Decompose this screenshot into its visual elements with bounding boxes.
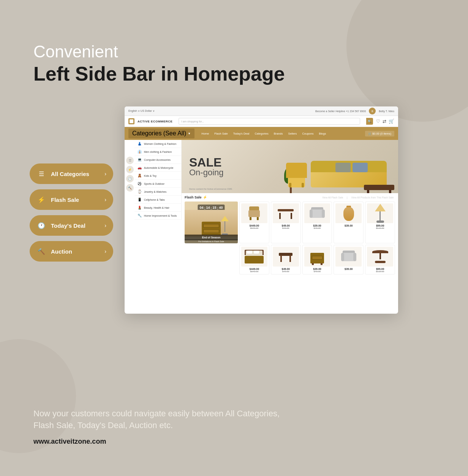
product-card-3[interactable]: $39.00 $49.00: [302, 202, 332, 243]
nav-brands[interactable]: Brands: [272, 131, 285, 136]
sidebar-circle-deal[interactable]: 🕐: [126, 175, 134, 182]
compare-icon[interactable]: ⇄: [383, 119, 386, 124]
cat-beauty[interactable]: 💄 Beauty, Health & Hair: [134, 204, 181, 212]
nav-coupons[interactable]: Coupons: [300, 131, 316, 136]
coffee-table-leg2: [367, 190, 369, 193]
product-img-1: [241, 203, 267, 223]
header-convenient: Convenient: [33, 42, 285, 62]
featured-product[interactable]: 04 Hrs : 14 Min : 15: [185, 202, 238, 243]
cart-total[interactable]: 🛒 $0.00 (0 items): [365, 131, 394, 136]
flash-sale-label: Flash Sale: [185, 195, 202, 199]
product-card-9[interactable]: $39.00: [334, 245, 364, 274]
hero-sale-text: SALE: [189, 156, 224, 168]
products-row-2: $449.00 $549.00 $49.00 $49.00: [239, 245, 395, 274]
chevron-right-icon: ›: [104, 197, 106, 203]
cat-auto[interactable]: 🚗 Automobile & Motorcycle: [134, 164, 181, 172]
product-card-8[interactable]: $39.00 $49.00: [302, 245, 332, 274]
pill-flash-sale[interactable]: ⚡ Flash Sale ›: [30, 189, 113, 210]
armchair2-icon: [341, 250, 356, 263]
flash-sale-icon: ⚡: [203, 195, 207, 199]
chevron-right-icon: ›: [104, 171, 106, 177]
nav-blogs[interactable]: Blogs: [316, 131, 328, 136]
product-old-price-8: $49.00: [314, 270, 321, 273]
product-card-4[interactable]: $39.00: [334, 202, 364, 243]
nav-flash-sale[interactable]: Flash Sale: [212, 131, 230, 136]
user-avatar[interactable]: B: [369, 108, 376, 114]
cat-jewelry[interactable]: ⌚ Jewelry & Watches: [134, 188, 181, 196]
product-card-1[interactable]: $449.00 $549.00: [239, 202, 269, 243]
pill-auction[interactable]: 🔨 Auction ›: [30, 241, 113, 262]
cat-label-phone: Cellphone & Tabs: [144, 198, 165, 201]
product-price-8: $39.00: [313, 268, 321, 270]
pill-all-categories[interactable]: ☰ All Categories ›: [30, 163, 113, 184]
product-card-5[interactable]: $99.00 $119.00: [365, 202, 395, 243]
hero-demo-text: Demo content for Active eCommerce CMS: [189, 188, 232, 190]
search-bar[interactable]: I am shopping for...: [179, 118, 360, 125]
nav-categories-button[interactable]: Categories (See All) ▼: [128, 129, 194, 138]
view-all-flash[interactable]: View All Flash Sale: [322, 196, 343, 199]
pill-label-flash-sale: Flash Sale: [51, 197, 103, 203]
sidebar-circle-auction[interactable]: 🔨: [126, 184, 134, 192]
sidebar-circle-menu[interactable]: ☰: [126, 157, 134, 164]
topbar-right: Become a Seller Helpline +1 234 567 8900…: [315, 108, 394, 114]
dresser: [202, 222, 221, 235]
browser-mockup: English ∨ US Dollar ∨ Become a Seller He…: [125, 106, 398, 314]
cat-icon-jewelry: ⌚: [138, 190, 142, 194]
menu-icon: ☰: [36, 169, 46, 179]
roundtable-icon: [372, 250, 388, 263]
cat-label-home: Home Improvement & Tools: [144, 214, 177, 217]
nav-sellers[interactable]: Sellers: [286, 131, 299, 136]
sidebar-circle-flash[interactable]: ⚡: [126, 166, 134, 173]
flash-icon: ⚡: [36, 195, 46, 205]
cat-men[interactable]: 👔 Men clothing & Fashion: [134, 148, 181, 156]
cart-total-amount: $0.00 (0 items): [372, 132, 391, 135]
product-old-price-10: $119.00: [376, 270, 384, 273]
nav-todays-deal[interactable]: Today's Deal: [231, 131, 252, 136]
cat-icon-women: 👗: [138, 142, 142, 146]
product-card-2[interactable]: $49.00 $49.00: [271, 202, 301, 243]
coffee-table-top: [364, 185, 394, 190]
product-img-7: [273, 247, 299, 267]
cat-women[interactable]: 👗 Women Clothing & Fashion: [134, 140, 181, 148]
cat-icon-kids: 🧸: [138, 174, 142, 178]
featured-interior: [185, 210, 238, 236]
search-button[interactable]: 🔍: [366, 118, 373, 125]
product-card-10[interactable]: $99.00 $119.00: [365, 245, 395, 274]
cat-icon-men: 👔: [138, 150, 142, 154]
product-price-3: $39.00: [313, 224, 321, 227]
hero-text: SALE On-going: [189, 156, 224, 177]
product-img-10: [367, 247, 393, 267]
bed-icon: [245, 250, 264, 263]
chair-icon: [247, 206, 261, 220]
category-menu: 👗 Women Clothing & Fashion 👔 Men clothin…: [134, 140, 182, 220]
cat-icon-beauty: 💄: [138, 206, 142, 209]
chevron-down-icon: ▼: [188, 132, 191, 135]
product-old-price-6: $549.00: [250, 270, 259, 273]
cat-label-women: Women Clothing & Fashion: [144, 143, 176, 145]
logo-text[interactable]: ACTIVE ECOMMERCE: [138, 120, 172, 123]
nav-links: Home Flash Sale Today's Deal Categories …: [199, 131, 328, 136]
product-img-4: [335, 203, 362, 223]
cat-home[interactable]: 🔧 Home Improvement & Tools: [134, 212, 181, 220]
nav-home[interactable]: Home: [199, 131, 211, 136]
pill-todays-deal[interactable]: 🕐 Today's Deal ›: [30, 215, 113, 236]
cat-sports[interactable]: ⚽ Sports & Outdoor: [134, 180, 181, 188]
nav-categories[interactable]: Categories: [252, 131, 270, 136]
language-selector[interactable]: English ∨ US Dollar ∨: [128, 109, 155, 113]
product-card-7[interactable]: $49.00 $49.00: [271, 245, 301, 274]
bottom-url[interactable]: www.activeitzone.com: [33, 438, 435, 446]
clock-icon: 🕐: [36, 221, 46, 230]
floor-lamp: [220, 216, 230, 235]
cart-icon[interactable]: 🛒: [389, 119, 394, 124]
cat-computer[interactable]: 💻 Computer Accessories: [134, 156, 181, 164]
bg-decoration-top: [346, 0, 468, 122]
helpline-text: Become a Seller Helpline +1 234 567 8900: [315, 110, 366, 113]
product-img-3: [304, 203, 330, 223]
product-card-6[interactable]: $449.00 $549.00: [239, 245, 269, 274]
view-all-products[interactable]: View All Products from This Flash Sale: [351, 196, 394, 199]
product-old-price-7: $49.00: [282, 270, 289, 273]
cat-label-jewelry: Jewelry & Watches: [144, 190, 166, 193]
cat-kids[interactable]: 🧸 Kids & Toy: [134, 172, 181, 180]
cat-phone[interactable]: 📱 Cellphone & Tabs: [134, 196, 181, 204]
wishlist-icon[interactable]: ♡: [376, 119, 380, 124]
